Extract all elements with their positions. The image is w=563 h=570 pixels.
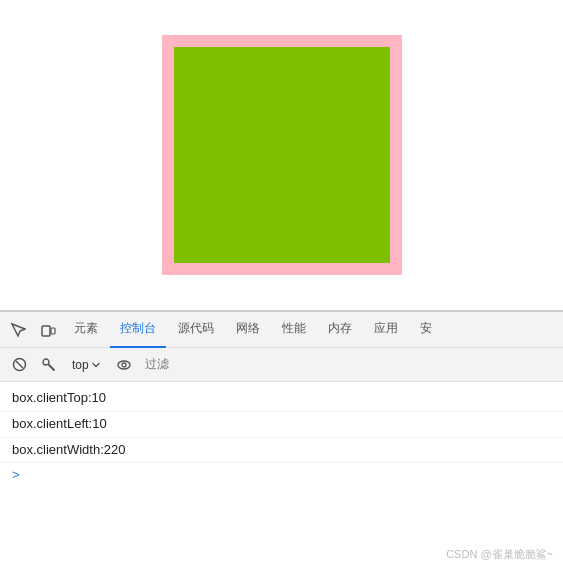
svg-point-7 [122,363,126,367]
tab-elements[interactable]: 元素 [64,312,108,348]
console-line-2: box.clientLeft:10 [0,412,563,438]
devtools-panel: 元素 控制台 源代码 网络 性能 内存 应用 安 [0,311,563,490]
svg-line-3 [16,361,23,368]
filter-button[interactable] [36,352,62,378]
devtools-tabs-bar: 元素 控制台 源代码 网络 性能 内存 应用 安 [0,312,563,348]
svg-line-5 [49,364,55,370]
tab-network[interactable]: 网络 [226,312,270,348]
tab-console[interactable]: 控制台 [110,312,166,348]
devtools-toolbar: top 过滤 [0,348,563,382]
console-output: box.clientTop:10 box.clientLeft:10 box.c… [0,382,563,490]
svg-rect-0 [42,326,50,336]
console-line-3: box.clientWidth:220 [0,438,563,464]
tab-memory[interactable]: 内存 [318,312,362,348]
eye-button[interactable] [111,352,137,378]
watermark: CSDN @雀巢脆脆鲨~ [446,546,553,562]
console-line-1: box.clientTop:10 [0,386,563,412]
filter-label: 过滤 [145,356,169,373]
clear-console-button[interactable] [6,352,32,378]
console-prompt[interactable]: > [0,463,563,486]
device-toggle-button[interactable] [34,316,62,344]
inspect-element-button[interactable] [4,316,32,344]
svg-rect-1 [51,328,55,334]
svg-point-6 [118,361,130,369]
tab-security[interactable]: 安 [410,312,442,348]
context-dropdown[interactable]: top [66,356,107,374]
tab-performance[interactable]: 性能 [272,312,316,348]
tab-sources[interactable]: 源代码 [168,312,224,348]
tab-application[interactable]: 应用 [364,312,408,348]
preview-area [0,0,563,310]
green-box [174,47,390,263]
pink-box [162,35,402,275]
